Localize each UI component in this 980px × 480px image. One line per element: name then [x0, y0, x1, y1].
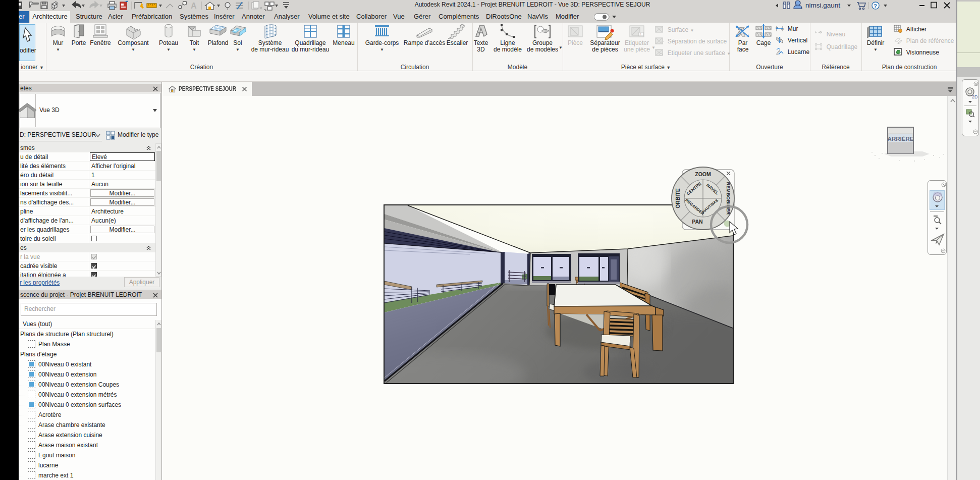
svg-text:ARRIÈRE: ARRIÈRE	[888, 136, 914, 142]
svg-text:PAN: PAN	[692, 219, 702, 225]
svg-text:?: ?	[874, 3, 877, 9]
svg-text:2D: 2D	[972, 94, 977, 99]
svg-text:nimsi.gaunt: nimsi.gaunt	[805, 2, 840, 9]
svg-text:ZOOM: ZOOM	[695, 171, 711, 177]
svg-text:REMBOBINER: REMBOBINER	[726, 182, 731, 215]
svg-text:ORBITE: ORBITE	[675, 188, 681, 208]
svg-text:A: A	[191, 2, 197, 10]
